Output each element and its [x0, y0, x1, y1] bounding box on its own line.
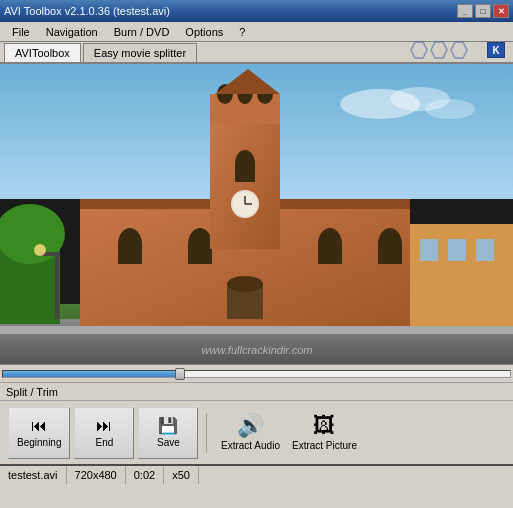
extract-audio-button[interactable]: 🔊 Extract Audio [215, 407, 285, 459]
video-frame: www.fullcrackindir.com [0, 64, 513, 364]
svg-point-23 [227, 276, 263, 292]
seek-track[interactable] [2, 370, 511, 378]
svg-rect-42 [476, 239, 494, 261]
svg-point-6 [425, 99, 475, 119]
split-trim-bar: Split / Trim [0, 382, 513, 400]
end-icon: ⏭ [96, 418, 112, 434]
controls-area: ⏮ Beginning ⏭ End 💾 Save 🔊 Extract Audio… [0, 400, 513, 464]
beginning-icon: ⏮ [31, 418, 47, 434]
tab-bar: AVIToolbox Easy movie splitter K [0, 42, 513, 64]
menu-help[interactable]: ? [231, 24, 253, 40]
menu-navigation[interactable]: Navigation [38, 24, 106, 40]
status-speed: x50 [164, 466, 199, 484]
tab-easy-splitter[interactable]: Easy movie splitter [83, 43, 197, 62]
svg-rect-26 [235, 164, 255, 182]
split-trim-label: Split / Trim [6, 386, 58, 398]
svg-rect-40 [420, 239, 438, 261]
svg-point-38 [34, 244, 46, 256]
status-filename: testest.avi [6, 466, 67, 484]
extract-picture-label: Extract Picture [292, 440, 357, 451]
menu-bar: File Navigation Burn / DVD Options ? [0, 22, 513, 42]
menu-burn-dvd[interactable]: Burn / DVD [106, 24, 178, 40]
svg-marker-2 [451, 42, 467, 58]
hex-logo-svg [405, 40, 485, 60]
save-button[interactable]: 💾 Save [138, 407, 198, 459]
extract-audio-label: Extract Audio [221, 440, 280, 451]
status-bar: testest.avi 720x480 0:02 x50 [0, 464, 513, 484]
extract-audio-icon: 🔊 [237, 415, 264, 437]
church-svg: www.fullcrackindir.com [0, 64, 513, 364]
close-button[interactable]: ✕ [493, 4, 509, 18]
maximize-button[interactable]: □ [475, 4, 491, 18]
menu-file[interactable]: File [4, 24, 38, 40]
k-button[interactable]: K [487, 42, 505, 58]
svg-rect-14 [118, 244, 142, 264]
video-area: www.fullcrackindir.com [0, 64, 513, 364]
title-bar: AVI Toolbox v2.1.0.36 (testest.avi) _ □ … [0, 0, 513, 22]
button-separator [206, 413, 207, 453]
svg-rect-20 [378, 244, 402, 264]
seek-thumb[interactable] [175, 368, 185, 380]
end-button[interactable]: ⏭ End [74, 407, 134, 459]
title-controls: _ □ ✕ [457, 4, 509, 18]
svg-rect-24 [210, 119, 280, 249]
end-label: End [96, 437, 114, 448]
status-time: 0:02 [126, 466, 164, 484]
svg-rect-18 [318, 244, 342, 264]
title-bar-text: AVI Toolbox v2.1.0.36 (testest.avi) [4, 5, 170, 17]
svg-text:www.fullcrackindir.com: www.fullcrackindir.com [202, 344, 313, 356]
beginning-label: Beginning [17, 437, 61, 448]
svg-rect-36 [55, 254, 59, 319]
svg-marker-0 [411, 42, 427, 58]
svg-rect-16 [188, 244, 212, 264]
save-label: Save [157, 437, 180, 448]
svg-marker-1 [431, 42, 447, 58]
beginning-button[interactable]: ⏮ Beginning [8, 407, 70, 459]
save-icon: 💾 [158, 418, 178, 434]
menu-options[interactable]: Options [177, 24, 231, 40]
extract-picture-button[interactable]: 🖼 Extract Picture [289, 407, 359, 459]
seek-fill [3, 371, 180, 377]
svg-rect-41 [448, 239, 466, 261]
logo-area: K [405, 40, 505, 60]
status-resolution: 720x480 [67, 466, 126, 484]
extract-picture-icon: 🖼 [313, 415, 335, 437]
tab-avitoolbox[interactable]: AVIToolbox [4, 43, 81, 62]
seek-area [0, 364, 513, 382]
svg-rect-43 [0, 326, 513, 334]
minimize-button[interactable]: _ [457, 4, 473, 18]
